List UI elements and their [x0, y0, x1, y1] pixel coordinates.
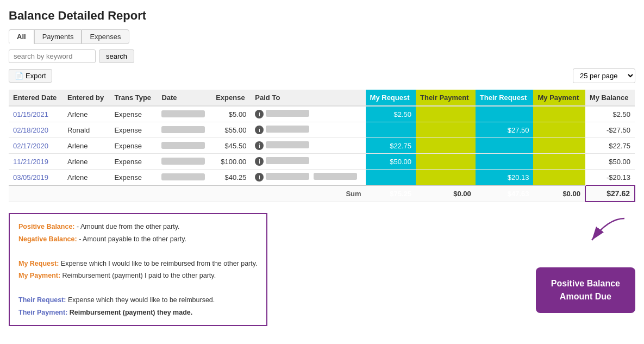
sum-my-request: $75.25: [366, 185, 416, 202]
my-balance-cell: -$20.13: [585, 170, 635, 186]
bottom-section: Positive Balance: - Amount due from the …: [9, 213, 635, 326]
expense-amount: $40.25: [211, 170, 251, 186]
paid-to: i: [251, 170, 365, 186]
date-link[interactable]: 03/05/2019: [13, 173, 48, 182]
col-header-their-request: Their Request: [476, 90, 534, 106]
col-header-entered-date: Entered Date: [9, 90, 63, 106]
my-request-cell: $22.75: [366, 138, 416, 154]
legend-their-request: Their Request: Expense which they would …: [18, 294, 258, 307]
date-cell: [157, 154, 211, 170]
export-button[interactable]: 📄 Export: [9, 69, 52, 83]
date-link[interactable]: 02/17/2020: [13, 142, 48, 150]
info-icon[interactable]: i: [255, 110, 264, 118]
expense-amount: $5.00: [211, 106, 251, 122]
my-payment-cell: [533, 138, 585, 154]
tab-all[interactable]: All: [9, 29, 34, 44]
page-title: Balance Detailed Report: [9, 9, 635, 23]
col-header-my-payment: My Payment: [533, 90, 585, 106]
date-link[interactable]: 11/21/2019: [13, 158, 48, 166]
my-payment-cell: [533, 154, 585, 170]
positive-balance-box: Positive Balance Amount Due: [536, 267, 635, 313]
table-row: 02/17/2020 Arlene Expense $45.50 i $22.7…: [9, 138, 635, 154]
their-request-cell: [476, 106, 534, 122]
my-payment-cell: [533, 122, 585, 138]
sum-my-payment: $0.00: [533, 185, 585, 202]
date-cell: [157, 122, 211, 138]
info-icon[interactable]: i: [255, 173, 264, 182]
export-icon: 📄: [15, 72, 23, 80]
trans-type: Expense: [110, 154, 157, 170]
trans-type: Expense: [110, 106, 157, 122]
toolbar: 📄 Export 25 per page 50 per page 100 per…: [9, 68, 635, 83]
table-row: 01/15/2021 Arlene Expense $5.00 i $2.50 …: [9, 106, 635, 122]
entered-by: Ronald: [63, 122, 110, 138]
table-row: 03/05/2019 Arlene Expense $40.25 i $20.1…: [9, 170, 635, 186]
expense-amount: $100.00: [211, 154, 251, 170]
their-request-cell: [476, 154, 534, 170]
tab-expenses[interactable]: Expenses: [82, 29, 129, 44]
info-icon[interactable]: i: [255, 126, 264, 134]
arrow-indicator: [527, 213, 635, 257]
their-request-cell: [476, 138, 534, 154]
trans-type: Expense: [110, 122, 157, 138]
expense-amount: $55.00: [211, 122, 251, 138]
trans-type: Expense: [110, 138, 157, 154]
date-cell: [157, 106, 211, 122]
paid-to: i: [251, 106, 365, 122]
col-header-date: Date: [157, 90, 211, 106]
my-request-cell: [366, 122, 416, 138]
paid-to: i: [251, 122, 365, 138]
tab-payments[interactable]: Payments: [34, 29, 82, 44]
legend-positive-balance: Positive Balance: - Amount due from the …: [18, 221, 258, 233]
entered-by: Arlene: [63, 138, 110, 154]
entered-by: Arlene: [63, 170, 110, 186]
paid-to: i: [251, 154, 365, 170]
date-cell: [157, 170, 211, 186]
info-icon[interactable]: i: [255, 157, 264, 166]
trans-type: Expense: [110, 170, 157, 186]
per-page-selector: 25 per page 50 per page 100 per page: [573, 68, 635, 83]
search-bar: search: [9, 49, 635, 63]
their-payment-cell: [416, 138, 476, 154]
col-header-my-balance: My Balance: [585, 90, 635, 106]
per-page-select[interactable]: 25 per page 50 per page 100 per page: [573, 68, 635, 83]
their-payment-cell: [416, 170, 476, 186]
sum-their-payment: $0.00: [416, 185, 476, 202]
tab-group: All Payments Expenses: [9, 29, 635, 44]
their-payment-cell: [416, 154, 476, 170]
their-payment-cell: [416, 106, 476, 122]
their-payment-cell: [416, 122, 476, 138]
sum-my-balance: $27.62: [585, 185, 635, 202]
search-button[interactable]: search: [99, 49, 134, 63]
my-balance-cell: $2.50: [585, 106, 635, 122]
sum-label: Sum: [9, 185, 366, 202]
search-input[interactable]: [9, 49, 96, 63]
legend-my-request: My Request: Expense which I would like t…: [18, 258, 258, 270]
col-header-entered-by: Entered by: [63, 90, 110, 106]
main-table: Entered Date Entered by Trans Type Date …: [9, 90, 635, 202]
info-icon[interactable]: i: [255, 141, 264, 150]
my-request-cell: [366, 170, 416, 186]
date-link[interactable]: 01/15/2021: [13, 110, 48, 118]
col-header-trans-type: Trans Type: [110, 90, 157, 106]
my-request-cell: $50.00: [366, 154, 416, 170]
my-balance-cell: -$27.50: [585, 122, 635, 138]
sum-row: Sum $75.25 $0.00 $47.63 $0.00 $27.62: [9, 185, 635, 202]
their-request-cell: $27.50: [476, 122, 534, 138]
right-section: Positive Balance Amount Due: [278, 213, 635, 313]
sum-their-request: $47.63: [476, 185, 534, 202]
my-balance-cell: $50.00: [585, 154, 635, 170]
legend-my-payment: My Payment: Reimbursement (payment) I pa…: [18, 270, 258, 282]
col-header-expense: Expense: [211, 90, 251, 106]
entered-by: Arlene: [63, 154, 110, 170]
paid-to: i: [251, 138, 365, 154]
date-cell: [157, 138, 211, 154]
col-header-my-request: My Request: [366, 90, 416, 106]
legend-box: Positive Balance: - Amount due from the …: [9, 213, 267, 326]
legend-negative-balance: Negative Balance: - Amount payable to th…: [18, 233, 258, 246]
table-row: 02/18/2020 Ronald Expense $55.00 i $27.5…: [9, 122, 635, 138]
col-header-their-payment: Their Payment: [416, 90, 476, 106]
date-link[interactable]: 02/18/2020: [13, 126, 48, 134]
my-request-cell: $2.50: [366, 106, 416, 122]
my-payment-cell: [533, 106, 585, 122]
